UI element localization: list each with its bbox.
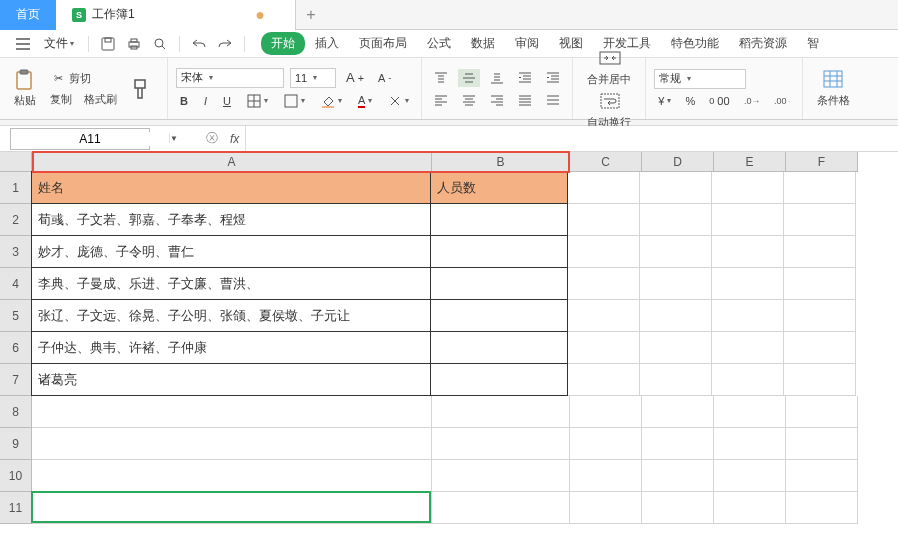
cell-f11[interactable] <box>786 492 858 524</box>
cell-c8[interactable] <box>570 396 642 428</box>
cell-f4[interactable] <box>784 268 856 300</box>
borders-button[interactable]: ▾ <box>243 92 272 110</box>
row-header-5[interactable]: 5 <box>0 300 32 332</box>
decrease-font-button[interactable]: A- <box>374 70 395 86</box>
row-header-1[interactable]: 1 <box>0 172 32 204</box>
increase-font-button[interactable]: A+ <box>342 68 368 87</box>
cell-b10[interactable] <box>432 460 570 492</box>
row-header-3[interactable]: 3 <box>0 236 32 268</box>
comma-button[interactable]: 000 <box>705 93 733 109</box>
align-top-button[interactable] <box>430 69 452 87</box>
cell-d11[interactable] <box>642 492 714 524</box>
align-center-button[interactable] <box>458 91 480 109</box>
format-painter-button[interactable]: 格式刷 <box>80 90 121 109</box>
cell-a2[interactable]: 荀彧、子文若、郭嘉、子奉孝、程煜 <box>31 203 431 236</box>
column-header-b[interactable]: B <box>432 152 570 172</box>
cell-e4[interactable] <box>712 268 784 300</box>
cell-c9[interactable] <box>570 428 642 460</box>
cell-f10[interactable] <box>786 460 858 492</box>
align-middle-button[interactable] <box>458 69 480 87</box>
tab-smart[interactable]: 智 <box>797 31 829 56</box>
cell-a8[interactable] <box>32 396 432 428</box>
cell-e2[interactable] <box>712 204 784 236</box>
fx-icon[interactable]: fx <box>224 132 245 146</box>
save-icon[interactable] <box>97 35 119 53</box>
paste-button[interactable]: 粘贴 <box>8 67 42 110</box>
increase-decimal-button[interactable]: .0→.00 <box>740 93 764 109</box>
cell-c5[interactable] <box>568 300 640 332</box>
row-header-2[interactable]: 2 <box>0 204 32 236</box>
underline-button[interactable]: U <box>219 93 235 109</box>
chevron-down-icon[interactable]: ▼ <box>169 134 178 143</box>
percent-button[interactable]: % <box>681 93 699 109</box>
decrease-decimal-button[interactable]: .00→.0 <box>770 93 794 109</box>
cell-d7[interactable] <box>640 364 712 396</box>
copy-button[interactable]: 复制 <box>46 90 76 109</box>
font-family-combo[interactable]: 宋体▾ <box>176 68 284 88</box>
cell-d10[interactable] <box>642 460 714 492</box>
file-menu[interactable]: 文件 ▾ <box>38 35 80 52</box>
cell-d1[interactable] <box>640 172 712 204</box>
cell-d2[interactable] <box>640 204 712 236</box>
font-color-button[interactable]: A▾ <box>354 92 376 110</box>
hamburger-icon[interactable] <box>12 36 34 52</box>
tab-data[interactable]: 数据 <box>461 31 505 56</box>
cell-a5[interactable]: 张辽、子文远、徐晃、子公明、张颌、夏侯墩、子元让 <box>31 299 431 332</box>
cell-b7[interactable] <box>430 363 568 396</box>
cell-b6[interactable] <box>430 331 568 364</box>
cell-b4[interactable] <box>430 267 568 300</box>
cell-c11[interactable] <box>570 492 642 524</box>
cell-d3[interactable] <box>640 236 712 268</box>
clear-format-button[interactable]: ▾ <box>384 92 413 110</box>
row-header-4[interactable]: 4 <box>0 268 32 300</box>
tab-formula[interactable]: 公式 <box>417 31 461 56</box>
cell-b5[interactable] <box>430 299 568 332</box>
column-header-c[interactable]: C <box>570 152 642 172</box>
cell-d5[interactable] <box>640 300 712 332</box>
cell-f8[interactable] <box>786 396 858 428</box>
cell-f6[interactable] <box>784 332 856 364</box>
cell-e10[interactable] <box>714 460 786 492</box>
format-painter-large[interactable] <box>125 76 159 102</box>
cell-f7[interactable] <box>784 364 856 396</box>
row-header-8[interactable]: 8 <box>0 396 32 428</box>
cell-b11[interactable] <box>432 492 570 524</box>
tab-insert[interactable]: 插入 <box>305 31 349 56</box>
select-all-corner[interactable] <box>0 152 32 172</box>
row-header-11[interactable]: 11 <box>0 492 32 524</box>
undo-icon[interactable] <box>188 36 210 52</box>
cell-a6[interactable]: 子仲达、典韦、许褚、子仲康 <box>31 331 431 364</box>
cell-b3[interactable] <box>430 235 568 268</box>
cell-d6[interactable] <box>640 332 712 364</box>
cell-c2[interactable] <box>568 204 640 236</box>
cell-f3[interactable] <box>784 236 856 268</box>
cell-a3[interactable]: 妙才、庞德、子令明、曹仁 <box>31 235 431 268</box>
column-header-e[interactable]: E <box>714 152 786 172</box>
cell-c7[interactable] <box>568 364 640 396</box>
cell-e7[interactable] <box>712 364 784 396</box>
cell-c3[interactable] <box>568 236 640 268</box>
fill-color-button[interactable]: ▾ <box>317 92 346 110</box>
column-header-a[interactable]: A <box>32 152 432 172</box>
cell-e1[interactable] <box>712 172 784 204</box>
cell-e6[interactable] <box>712 332 784 364</box>
cell-style-button[interactable]: ▾ <box>280 92 309 110</box>
cut-button[interactable]: ✂剪切 <box>46 68 121 88</box>
cell-f5[interactable] <box>784 300 856 332</box>
redo-icon[interactable] <box>214 36 236 52</box>
cell-a1[interactable]: 姓名 <box>31 171 431 204</box>
align-right-button[interactable] <box>486 91 508 109</box>
print-icon[interactable] <box>123 35 145 53</box>
row-header-7[interactable]: 7 <box>0 364 32 396</box>
cell-e3[interactable] <box>712 236 784 268</box>
tab-review[interactable]: 审阅 <box>505 31 549 56</box>
name-box-input[interactable] <box>11 132 169 146</box>
cell-b1[interactable]: 人员数 <box>430 171 568 204</box>
indent-increase-button[interactable] <box>542 69 564 87</box>
merge-center-button[interactable]: 合并居中 <box>581 46 637 89</box>
number-format-combo[interactable]: 常规▾ <box>654 69 746 89</box>
row-header-10[interactable]: 10 <box>0 460 32 492</box>
tab-home[interactable]: 首页 <box>0 0 56 30</box>
cell-a7[interactable]: 诸葛亮 <box>31 363 431 396</box>
tab-workbook[interactable]: S 工作簿1 ● <box>56 0 296 30</box>
